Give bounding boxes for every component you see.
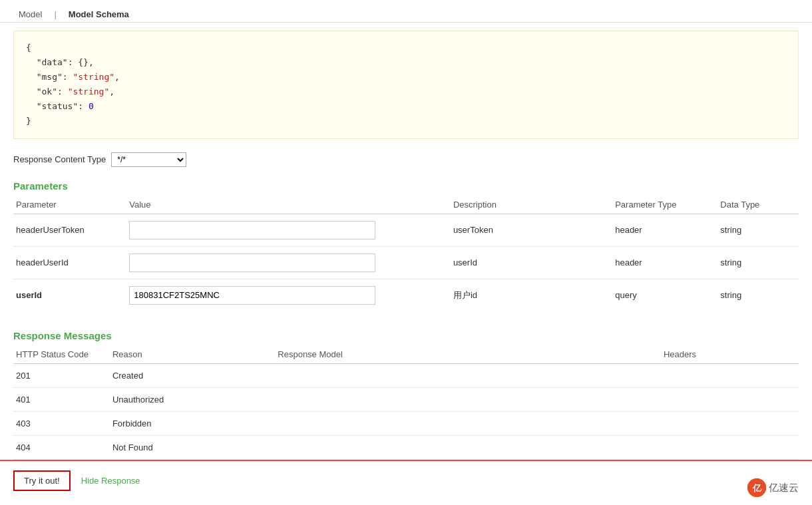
col-header-parameter-type: Parameter Type — [612, 196, 717, 214]
table-row: 401Unauthorized — [13, 387, 799, 411]
col-header-data-type: Data Type — [717, 196, 799, 214]
status-code-cell: 401 — [13, 387, 110, 411]
col-header-status: HTTP Status Code — [13, 345, 110, 364]
response-content-type-label: Response Content Type — [13, 154, 106, 164]
status-code-cell: 403 — [13, 411, 110, 435]
param-name-cell: headerUserToken — [13, 214, 126, 246]
table-row: 201Created — [13, 363, 799, 387]
response-messages-title: Response Messages — [0, 325, 812, 345]
reason-cell: Forbidden — [110, 411, 275, 435]
page-wrapper: Model | Model Schema { "data": {}, "msg"… — [0, 0, 812, 505]
status-code-cell: 201 — [13, 363, 110, 387]
param-type-cell: query — [612, 279, 717, 311]
schema-tabs: Model | Model Schema — [0, 0, 812, 23]
json-line-6: } — [26, 114, 786, 128]
col-header-description: Description — [451, 196, 612, 214]
response-table: HTTP Status Code Reason Response Model H… — [13, 345, 799, 460]
parameters-table: Parameter Value Description Parameter Ty… — [13, 196, 799, 311]
data-type-cell: string — [717, 214, 799, 246]
tab-divider: | — [53, 7, 57, 22]
reason-cell: Unauthorized — [110, 387, 275, 411]
param-name-cell: userId — [13, 279, 126, 311]
col-header-parameter: Parameter — [13, 196, 126, 214]
status-code-cell: 404 — [13, 435, 110, 459]
table-row: headerUserIduserIdheaderstring — [13, 246, 799, 279]
svg-text:亿: 亿 — [752, 483, 762, 493]
param-desc-cell: userToken — [451, 214, 612, 246]
param-value-input[interactable] — [129, 253, 375, 272]
response-content-type-row: Response Content Type */* application/js… — [0, 147, 812, 175]
table-row: headerUserTokenuserTokenheaderstring — [13, 214, 799, 246]
json-line-4: "ok": "string", — [26, 84, 786, 99]
headers-cell — [661, 411, 799, 435]
brand-logo: 亿 亿速云 — [747, 478, 799, 497]
brand-name: 亿速云 — [769, 482, 799, 494]
parameters-title: Parameters — [0, 175, 812, 196]
json-line-5: "status": 0 — [26, 99, 786, 114]
col-header-value: Value — [126, 196, 451, 214]
param-value-input[interactable] — [129, 286, 375, 305]
json-line-2: "data": {}, — [26, 55, 786, 70]
param-desc-cell: 用户id — [451, 279, 612, 311]
data-type-cell: string — [717, 246, 799, 279]
tab-model[interactable]: Model — [13, 7, 47, 22]
json-line-3: "msg": "string", — [26, 70, 786, 84]
data-type-cell: string — [717, 279, 799, 311]
brand-icon: 亿 — [747, 478, 766, 497]
response-model-cell — [275, 363, 661, 387]
json-line-1: { — [26, 41, 786, 55]
response-content-type-select[interactable]: */* application/json application/xml tex… — [111, 152, 186, 167]
headers-cell — [661, 363, 799, 387]
tab-model-schema[interactable]: Model Schema — [63, 7, 134, 22]
try-it-out-button[interactable]: Try it out! — [13, 470, 71, 491]
response-messages-section: Response Messages HTTP Status Code Reaso… — [0, 325, 812, 460]
headers-cell — [661, 435, 799, 459]
response-model-cell — [275, 387, 661, 411]
param-value-cell — [126, 246, 451, 279]
response-model-cell — [275, 435, 661, 459]
bottom-actions: Try it out! Hide Response — [0, 460, 812, 500]
param-value-cell — [126, 279, 451, 311]
hide-response-link[interactable]: Hide Response — [81, 476, 140, 486]
reason-cell: Not Found — [110, 435, 275, 459]
table-row: userId用户idquerystring — [13, 279, 799, 311]
param-desc-cell: userId — [451, 246, 612, 279]
json-schema-block: { "data": {}, "msg": "string", "ok": "st… — [13, 31, 799, 139]
param-name-cell: headerUserId — [13, 246, 126, 279]
table-row: 404Not Found — [13, 435, 799, 459]
param-type-cell: header — [612, 246, 717, 279]
reason-cell: Created — [110, 363, 275, 387]
response-model-cell — [275, 411, 661, 435]
param-type-cell: header — [612, 214, 717, 246]
col-header-response-model: Response Model — [275, 345, 661, 364]
headers-cell — [661, 387, 799, 411]
col-header-reason: Reason — [110, 345, 275, 364]
param-value-input[interactable] — [129, 221, 375, 240]
col-header-headers: Headers — [661, 345, 799, 364]
table-row: 403Forbidden — [13, 411, 799, 435]
param-value-cell — [126, 214, 451, 246]
